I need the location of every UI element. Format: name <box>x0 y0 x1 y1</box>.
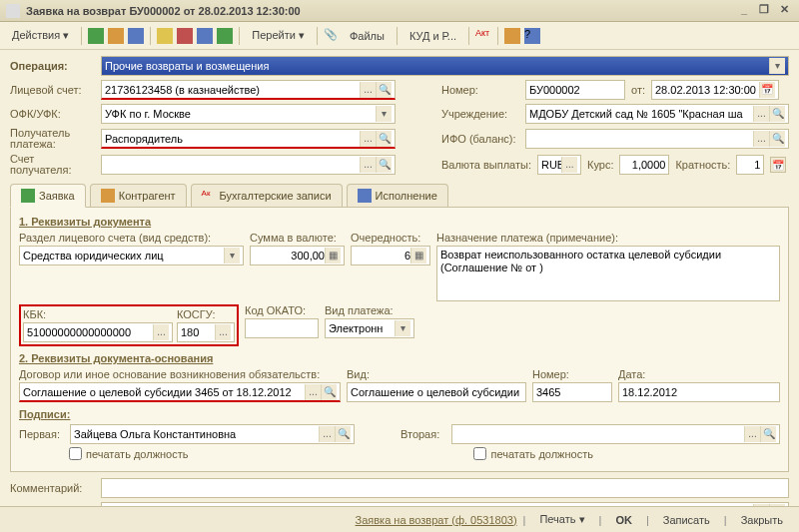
print-pos2-label: печатать должность <box>490 448 592 460</box>
window-icon <box>6 4 20 18</box>
actions-menu[interactable]: Действия ▾ <box>6 27 75 44</box>
restore-button[interactable]: ❐ <box>755 3 773 19</box>
ochered-label: Очередность: <box>351 232 430 244</box>
goto-menu[interactable]: Перейти ▾ <box>246 27 311 44</box>
close-button-footer[interactable]: Закрыть <box>733 512 791 528</box>
first-sign-field[interactable]: Зайцева Ольга Константиновна ... 🔍 <box>70 424 355 444</box>
ls-select-icon[interactable]: ... <box>360 82 376 98</box>
akt-icon[interactable]: Aкт <box>475 28 491 44</box>
currency-field[interactable]: RUB ... <box>537 155 581 175</box>
footer-form-link[interactable]: Заявка на возврат (ф. 0531803) <box>356 514 517 526</box>
summa-field[interactable]: 300,00 ▦ <box>250 246 345 266</box>
ifo-open-icon[interactable]: 🔍 <box>769 131 785 147</box>
first-sign-select-icon[interactable]: ... <box>319 426 335 442</box>
save-icon[interactable] <box>108 28 124 44</box>
ochered-calc-icon[interactable]: ▦ <box>410 248 426 264</box>
ofk-field[interactable]: УФК по г. Москве ▾ <box>101 104 396 124</box>
print-pos2-checkbox[interactable] <box>473 447 486 460</box>
kosgu-select-icon[interactable]: ... <box>215 324 231 340</box>
print-pos1-checkbox[interactable] <box>69 447 82 460</box>
nomer2-field[interactable]: 3465 <box>532 382 612 402</box>
data2-field[interactable]: 18.12.2012 <box>618 382 780 402</box>
tab-ispolnenie[interactable]: Исполнение <box>347 184 448 207</box>
razdel-field[interactable]: Средства юридических лиц ▾ <box>19 246 244 266</box>
dogovor-label: Договор или иное основание возникновения… <box>19 368 341 380</box>
date-field[interactable]: 28.02.2013 12:30:00 📅 <box>651 80 779 100</box>
save-button[interactable]: Записать <box>655 512 718 528</box>
recipient-select-icon[interactable]: ... <box>360 131 376 147</box>
second-sign-field[interactable]: ... 🔍 <box>451 424 780 444</box>
vid-label: Вид: <box>347 368 526 380</box>
tab-zayavka[interactable]: Заявка <box>10 184 86 208</box>
ofk-label: ОФК/УФК: <box>10 108 95 120</box>
tab-buhzapisi[interactable]: AкБухгалтерские записи <box>191 184 343 207</box>
okato-field[interactable] <box>245 318 319 338</box>
refresh-icon[interactable] <box>128 28 144 44</box>
recacct-open-icon[interactable]: 🔍 <box>376 157 392 173</box>
doc-icon[interactable] <box>504 28 520 44</box>
kurs-field[interactable]: 1,0000 <box>619 155 669 175</box>
summa-calc-icon[interactable]: ▦ <box>325 248 341 264</box>
currency-select-icon[interactable]: ... <box>561 157 577 173</box>
signs-title[interactable]: Подписи: <box>19 408 780 420</box>
operation-field[interactable]: Прочие возвраты и возмещения ▾ <box>101 56 789 76</box>
second-sign-select-icon[interactable]: ... <box>744 426 760 442</box>
red-icon[interactable] <box>177 28 193 44</box>
number-field[interactable]: БУ000002 <box>525 80 625 100</box>
help-icon[interactable]: ? <box>524 28 540 44</box>
ls-field[interactable]: 21736123458 (в казначействе) ... 🔍 <box>101 80 396 100</box>
ofk-dropdown-icon[interactable]: ▾ <box>376 106 392 122</box>
number-label: Номер: <box>441 84 519 96</box>
kbk-select-icon[interactable]: ... <box>153 324 169 340</box>
recacct-select-icon[interactable]: ... <box>360 157 376 173</box>
print-button[interactable]: Печать ▾ <box>531 511 592 528</box>
uchr-field[interactable]: МДОБУ Детский сад № 1605 "Красная ша ...… <box>525 104 789 124</box>
tab-contragent[interactable]: Контрагент <box>90 184 187 207</box>
kbk-field[interactable]: 51000000000000000 ... <box>23 322 173 342</box>
kurs-label: Курс: <box>587 159 613 171</box>
vid-field[interactable]: Соглашение о целевой субсидии <box>347 382 526 402</box>
calendar-icon[interactable]: 📅 <box>759 82 775 98</box>
ls-open-icon[interactable]: 🔍 <box>376 82 392 98</box>
comment-field[interactable] <box>101 478 789 498</box>
recipient-open-icon[interactable]: 🔍 <box>376 131 392 147</box>
files-button[interactable]: Файлы <box>344 28 391 44</box>
close-button[interactable]: ✕ <box>775 3 793 19</box>
ifo-field[interactable]: ... 🔍 <box>525 129 789 149</box>
ifo-select-icon[interactable]: ... <box>753 131 769 147</box>
recipient-field[interactable]: Распорядитель ... 🔍 <box>101 129 396 149</box>
uchr-select-icon[interactable]: ... <box>753 106 769 122</box>
operation-label: Операция: <box>10 60 95 72</box>
check-icon[interactable] <box>217 28 233 44</box>
kratn-field[interactable]: 1 <box>736 155 764 175</box>
dogovor-field[interactable]: Соглашение о целевой субсидии 3465 от 18… <box>19 382 341 402</box>
ls-label: Лицевой счет: <box>10 84 95 96</box>
razdel-dropdown-icon[interactable]: ▾ <box>224 248 240 264</box>
footer-bar: Заявка на возврат (ф. 0531803) | Печать … <box>0 506 799 532</box>
dogovor-select-icon[interactable]: ... <box>305 384 321 400</box>
kratn-label: Кратность: <box>675 159 730 171</box>
print-pos1-label: печатать должность <box>86 448 188 460</box>
minimize-button[interactable]: _ <box>735 3 753 19</box>
uchr-open-icon[interactable]: 🔍 <box>769 106 785 122</box>
dogovor-open-icon[interactable]: 🔍 <box>321 384 337 400</box>
window-title: Заявка на возврат БУ000002 от 28.02.2013… <box>26 5 733 17</box>
kudir-button[interactable]: КУД и Р... <box>403 28 462 44</box>
tree-icon[interactable] <box>157 28 173 44</box>
tab-akt-icon: Aк <box>202 189 216 203</box>
ifo-label: ИФО (баланс): <box>441 133 519 145</box>
calendar2-icon[interactable]: 📅 <box>770 157 786 173</box>
recacct-field[interactable]: ... 🔍 <box>101 155 396 175</box>
operation-dropdown-icon[interactable]: ▾ <box>769 58 785 74</box>
nazn-field[interactable]: Возврат неиспользованного остатка целево… <box>436 246 780 301</box>
folder-icon[interactable] <box>197 28 213 44</box>
kosgu-field[interactable]: 180 ... <box>177 322 235 342</box>
ochered-field[interactable]: 6 ▦ <box>351 246 430 266</box>
vidpl-field[interactable]: Электронн ▾ <box>325 318 414 338</box>
post-icon[interactable] <box>88 28 104 44</box>
second-sign-open-icon[interactable]: 🔍 <box>760 426 776 442</box>
first-sign-open-icon[interactable]: 🔍 <box>335 426 351 442</box>
ok-button[interactable]: OK <box>607 512 640 528</box>
attach-icon[interactable]: 📎 <box>324 28 340 44</box>
vidpl-dropdown-icon[interactable]: ▾ <box>395 320 410 336</box>
